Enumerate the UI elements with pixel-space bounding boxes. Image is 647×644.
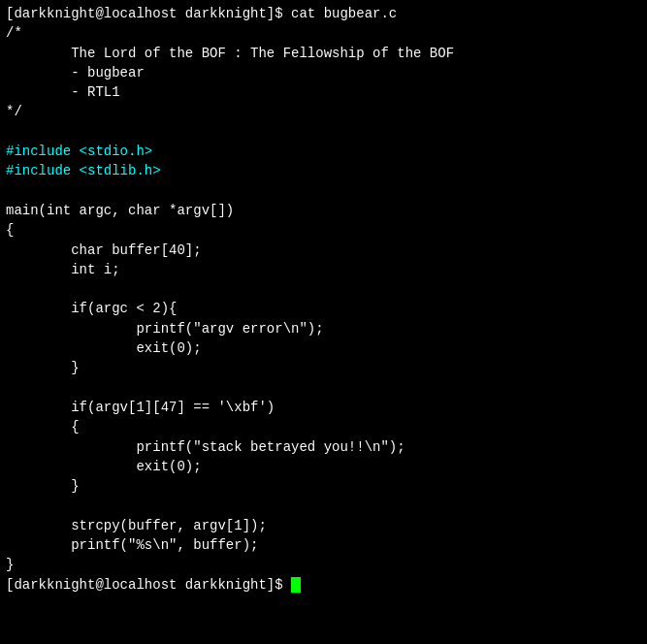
brace-close-line: }	[6, 555, 641, 574]
main-sig-line: main(int argc, char *argv[])	[6, 201, 641, 220]
exit0-2-line: exit(0);	[6, 457, 641, 476]
printf-stack-line: printf("stack betrayed you!!\n");	[6, 437, 641, 457]
comment-close-line: */	[6, 102, 641, 121]
prompt-top-line: [darkknight@localhost darkknight]$ cat b…	[6, 4, 641, 23]
blank1	[6, 122, 641, 142]
comment-title-line: The Lord of the BOF : The Fellowship of …	[6, 44, 641, 63]
comment-bugbear-line: - bugbear	[6, 63, 641, 82]
brace-mid3-line: }	[6, 476, 641, 496]
terminal-cursor	[291, 577, 301, 593]
printf-argv-line: printf("argv error\n");	[6, 319, 641, 338]
terminal-window: [darkknight@localhost darkknight]$ cat b…	[0, 0, 647, 644]
comment-rtl1-line: - RTL1	[6, 82, 641, 102]
blank5	[6, 496, 641, 515]
blank4	[6, 378, 641, 398]
strcpy-line: strcpy(buffer, argv[1]);	[6, 516, 641, 535]
printf-s-line: printf("%s\n", buffer);	[6, 535, 641, 555]
blank3	[6, 279, 641, 299]
comment-open-line: /*	[6, 23, 641, 43]
brace-open-line: {	[6, 220, 641, 240]
if-argc-line: if(argc < 2){	[6, 299, 641, 318]
brace-mid2-line: {	[6, 417, 641, 436]
if-argv47-line: if(argv[1][47] == '\xbf')	[6, 398, 641, 417]
brace-mid1-line: }	[6, 358, 641, 377]
int-i-line: int i;	[6, 260, 641, 279]
prompt-bottom-line: [darkknight@localhost darkknight]$	[6, 575, 641, 595]
exit0-1-line: exit(0);	[6, 338, 641, 358]
include2-line: #include <stdlib.h>	[6, 161, 641, 180]
blank2	[6, 181, 641, 201]
char-buf-line: char buffer[40];	[6, 241, 641, 260]
include1-line: #include <stdio.h>	[6, 142, 641, 161]
